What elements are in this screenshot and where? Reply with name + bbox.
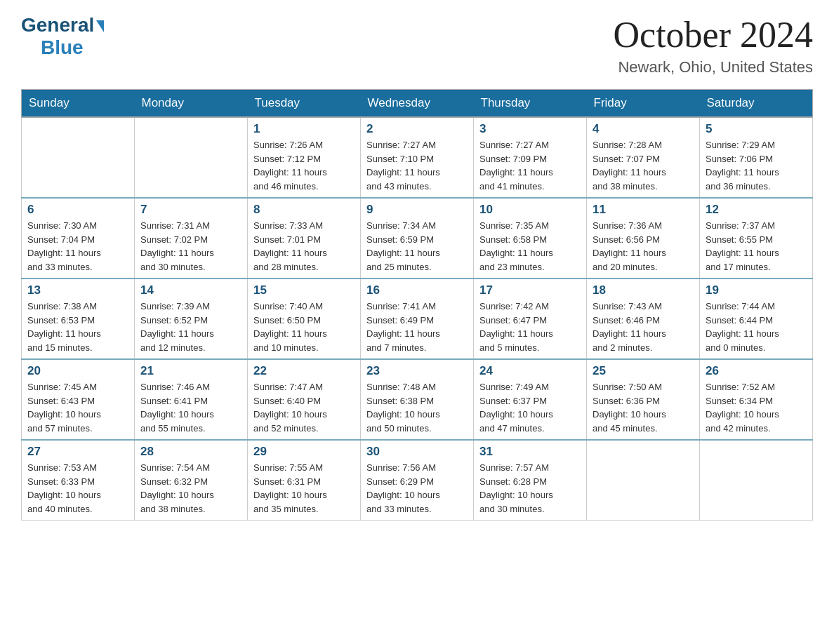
table-row: 5Sunrise: 7:29 AMSunset: 7:06 PMDaylight… xyxy=(700,117,813,198)
day-number: 11 xyxy=(593,203,694,217)
calendar-header-row: Sunday Monday Tuesday Wednesday Thursday… xyxy=(22,90,813,118)
calendar-week-row: 20Sunrise: 7:45 AMSunset: 6:43 PMDayligh… xyxy=(22,359,813,440)
day-number: 9 xyxy=(366,203,468,217)
day-number: 2 xyxy=(366,122,468,136)
table-row: 16Sunrise: 7:41 AMSunset: 6:49 PMDayligh… xyxy=(361,279,474,359)
day-info: Sunrise: 7:38 AMSunset: 6:53 PMDaylight:… xyxy=(27,300,128,354)
table-row: 13Sunrise: 7:38 AMSunset: 6:53 PMDayligh… xyxy=(22,279,135,359)
day-info: Sunrise: 7:46 AMSunset: 6:41 PMDaylight:… xyxy=(140,380,241,435)
day-number: 3 xyxy=(479,122,581,136)
day-info: Sunrise: 7:39 AMSunset: 6:52 PMDaylight:… xyxy=(140,300,241,354)
day-info: Sunrise: 7:41 AMSunset: 6:49 PMDaylight:… xyxy=(366,300,468,354)
day-info: Sunrise: 7:57 AMSunset: 6:28 PMDaylight:… xyxy=(479,461,581,516)
day-info: Sunrise: 7:30 AMSunset: 7:04 PMDaylight:… xyxy=(27,219,128,274)
day-info: Sunrise: 7:35 AMSunset: 6:58 PMDaylight:… xyxy=(479,219,581,274)
table-row: 18Sunrise: 7:43 AMSunset: 6:46 PMDayligh… xyxy=(587,279,700,359)
day-info: Sunrise: 7:44 AMSunset: 6:44 PMDaylight:… xyxy=(706,300,807,354)
day-number: 19 xyxy=(706,283,807,297)
logo-blue-text: Blue xyxy=(41,36,84,58)
day-number: 17 xyxy=(479,283,581,297)
col-saturday: Saturday xyxy=(700,90,813,118)
day-number: 13 xyxy=(27,283,128,297)
table-row: 19Sunrise: 7:44 AMSunset: 6:44 PMDayligh… xyxy=(700,279,813,359)
day-number: 6 xyxy=(27,203,128,217)
col-sunday: Sunday xyxy=(22,90,135,118)
table-row: 1Sunrise: 7:26 AMSunset: 7:12 PMDaylight… xyxy=(248,117,361,198)
col-tuesday: Tuesday xyxy=(248,90,361,118)
day-info: Sunrise: 7:55 AMSunset: 6:31 PMDaylight:… xyxy=(253,461,355,516)
calendar-table: Sunday Monday Tuesday Wednesday Thursday… xyxy=(21,89,813,521)
day-number: 12 xyxy=(706,203,807,217)
day-number: 26 xyxy=(706,364,807,378)
table-row: 6Sunrise: 7:30 AMSunset: 7:04 PMDaylight… xyxy=(22,198,135,279)
table-row: 21Sunrise: 7:46 AMSunset: 6:41 PMDayligh… xyxy=(135,359,248,440)
day-info: Sunrise: 7:33 AMSunset: 7:01 PMDaylight:… xyxy=(253,219,355,274)
table-row: 15Sunrise: 7:40 AMSunset: 6:50 PMDayligh… xyxy=(248,279,361,359)
title-area: October 2024 Newark, Ohio, United States xyxy=(614,14,813,76)
table-row xyxy=(22,117,135,198)
logo: General Blue xyxy=(21,14,104,59)
day-number: 29 xyxy=(253,445,355,459)
table-row: 8Sunrise: 7:33 AMSunset: 7:01 PMDaylight… xyxy=(248,198,361,279)
day-number: 4 xyxy=(593,122,694,136)
table-row: 14Sunrise: 7:39 AMSunset: 6:52 PMDayligh… xyxy=(135,279,248,359)
day-info: Sunrise: 7:54 AMSunset: 6:32 PMDaylight:… xyxy=(140,461,241,516)
day-info: Sunrise: 7:29 AMSunset: 7:06 PMDaylight:… xyxy=(706,138,807,193)
logo-triangle-icon xyxy=(96,20,104,32)
table-row: 10Sunrise: 7:35 AMSunset: 6:58 PMDayligh… xyxy=(474,198,587,279)
col-friday: Friday xyxy=(587,90,700,118)
day-info: Sunrise: 7:27 AMSunset: 7:10 PMDaylight:… xyxy=(366,138,468,193)
table-row: 12Sunrise: 7:37 AMSunset: 6:55 PMDayligh… xyxy=(700,198,813,279)
col-thursday: Thursday xyxy=(474,90,587,118)
day-info: Sunrise: 7:52 AMSunset: 6:34 PMDaylight:… xyxy=(706,380,807,435)
day-info: Sunrise: 7:26 AMSunset: 7:12 PMDaylight:… xyxy=(253,138,355,193)
day-info: Sunrise: 7:34 AMSunset: 6:59 PMDaylight:… xyxy=(366,219,468,274)
day-info: Sunrise: 7:27 AMSunset: 7:09 PMDaylight:… xyxy=(479,138,581,193)
table-row: 31Sunrise: 7:57 AMSunset: 6:28 PMDayligh… xyxy=(474,440,587,521)
table-row xyxy=(700,440,813,521)
table-row: 24Sunrise: 7:49 AMSunset: 6:37 PMDayligh… xyxy=(474,359,587,440)
table-row: 4Sunrise: 7:28 AMSunset: 7:07 PMDaylight… xyxy=(587,117,700,198)
table-row: 20Sunrise: 7:45 AMSunset: 6:43 PMDayligh… xyxy=(22,359,135,440)
day-number: 23 xyxy=(366,364,468,378)
day-info: Sunrise: 7:36 AMSunset: 6:56 PMDaylight:… xyxy=(593,219,694,274)
table-row: 7Sunrise: 7:31 AMSunset: 7:02 PMDaylight… xyxy=(135,198,248,279)
day-info: Sunrise: 7:28 AMSunset: 7:07 PMDaylight:… xyxy=(593,138,694,193)
month-title: October 2024 xyxy=(614,14,813,55)
day-info: Sunrise: 7:47 AMSunset: 6:40 PMDaylight:… xyxy=(253,380,355,435)
day-number: 5 xyxy=(706,122,807,136)
calendar-week-row: 13Sunrise: 7:38 AMSunset: 6:53 PMDayligh… xyxy=(22,279,813,359)
table-row: 3Sunrise: 7:27 AMSunset: 7:09 PMDaylight… xyxy=(474,117,587,198)
table-row xyxy=(587,440,700,521)
day-number: 21 xyxy=(140,364,241,378)
day-info: Sunrise: 7:31 AMSunset: 7:02 PMDaylight:… xyxy=(140,219,241,274)
day-number: 14 xyxy=(140,283,241,297)
logo-general-text: General xyxy=(21,14,94,36)
day-info: Sunrise: 7:43 AMSunset: 6:46 PMDaylight:… xyxy=(593,300,694,354)
col-monday: Monday xyxy=(135,90,248,118)
day-info: Sunrise: 7:37 AMSunset: 6:55 PMDaylight:… xyxy=(706,219,807,274)
day-number: 18 xyxy=(593,283,694,297)
day-number: 16 xyxy=(366,283,468,297)
day-number: 22 xyxy=(253,364,355,378)
calendar-week-row: 27Sunrise: 7:53 AMSunset: 6:33 PMDayligh… xyxy=(22,440,813,521)
day-info: Sunrise: 7:45 AMSunset: 6:43 PMDaylight:… xyxy=(27,380,128,435)
table-row: 27Sunrise: 7:53 AMSunset: 6:33 PMDayligh… xyxy=(22,440,135,521)
day-info: Sunrise: 7:50 AMSunset: 6:36 PMDaylight:… xyxy=(593,380,694,435)
table-row: 9Sunrise: 7:34 AMSunset: 6:59 PMDaylight… xyxy=(361,198,474,279)
col-wednesday: Wednesday xyxy=(361,90,474,118)
table-row: 23Sunrise: 7:48 AMSunset: 6:38 PMDayligh… xyxy=(361,359,474,440)
table-row: 30Sunrise: 7:56 AMSunset: 6:29 PMDayligh… xyxy=(361,440,474,521)
day-number: 15 xyxy=(253,283,355,297)
table-row: 29Sunrise: 7:55 AMSunset: 6:31 PMDayligh… xyxy=(248,440,361,521)
day-info: Sunrise: 7:48 AMSunset: 6:38 PMDaylight:… xyxy=(366,380,468,435)
day-info: Sunrise: 7:56 AMSunset: 6:29 PMDaylight:… xyxy=(366,461,468,516)
table-row: 28Sunrise: 7:54 AMSunset: 6:32 PMDayligh… xyxy=(135,440,248,521)
table-row: 17Sunrise: 7:42 AMSunset: 6:47 PMDayligh… xyxy=(474,279,587,359)
table-row: 25Sunrise: 7:50 AMSunset: 6:36 PMDayligh… xyxy=(587,359,700,440)
table-row: 26Sunrise: 7:52 AMSunset: 6:34 PMDayligh… xyxy=(700,359,813,440)
day-number: 27 xyxy=(27,445,128,459)
day-number: 20 xyxy=(27,364,128,378)
day-info: Sunrise: 7:49 AMSunset: 6:37 PMDaylight:… xyxy=(479,380,581,435)
day-info: Sunrise: 7:40 AMSunset: 6:50 PMDaylight:… xyxy=(253,300,355,354)
